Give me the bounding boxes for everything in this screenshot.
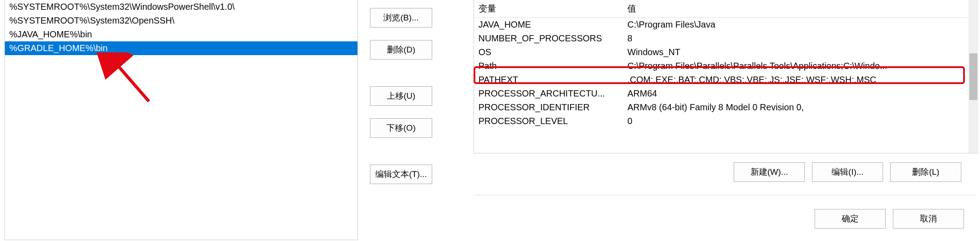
path-entry[interactable]: %SYSTEMROOT%\System32\WindowsPowerShell\… xyxy=(5,0,357,14)
path-action-buttons: 浏览(B)... 删除(D) 上移(U) 下移(O) 编辑文本(T)... xyxy=(370,8,432,184)
path-entry-text: %GRADLE_HOME%\bin xyxy=(9,43,108,53)
table-row[interactable]: NUMBER_OF_PROCESSORS 8 xyxy=(474,32,978,45)
cell-variable: Path xyxy=(474,59,623,73)
column-header-value[interactable]: 值 xyxy=(623,0,978,18)
env-vars-panel: 变量 值 JAVA_HOME C:\Program Files\Java NUM… xyxy=(474,0,978,240)
cell-value: 8 xyxy=(623,32,978,45)
cell-variable: OS xyxy=(474,45,623,59)
scrollbar-thumb[interactable] xyxy=(969,53,977,100)
cell-variable: NUMBER_OF_PROCESSORS xyxy=(474,32,623,45)
path-entry[interactable]: %JAVA_HOME%\bin xyxy=(5,28,357,41)
cell-value: ARM64 xyxy=(623,87,978,100)
cell-value: C:\Program Files\Java xyxy=(623,18,978,32)
env-vars-table: 变量 值 JAVA_HOME C:\Program Files\Java NUM… xyxy=(474,0,978,128)
cell-variable: PROCESSOR_IDENTIFIER xyxy=(474,100,623,114)
path-entry-selected[interactable]: %GRADLE_HOME%\bin xyxy=(5,41,357,55)
cell-value: 0 xyxy=(623,114,978,128)
column-header-variable[interactable]: 变量 xyxy=(474,0,623,18)
move-down-button[interactable]: 下移(O) xyxy=(370,118,432,138)
ok-button[interactable]: 确定 xyxy=(815,209,886,229)
path-entry[interactable]: %SYSTEMROOT%\System32\OpenSSH\ xyxy=(5,14,357,28)
table-row[interactable]: OS Windows_NT xyxy=(474,45,978,59)
path-entries-list[interactable]: %SYSTEMROOT%\System32\WindowsPowerShell\… xyxy=(5,0,357,55)
table-row[interactable]: PROCESSOR_IDENTIFIER ARMv8 (64-bit) Fami… xyxy=(474,100,978,114)
separator xyxy=(474,195,976,195)
env-action-buttons: 新建(W)... 编辑(I)... 删除(L) xyxy=(734,162,961,182)
cell-variable: PROCESSOR_LEVEL xyxy=(474,114,623,128)
cell-variable: PATHEXT xyxy=(474,73,623,87)
path-entries-panel: %SYSTEMROOT%\System32\WindowsPowerShell\… xyxy=(4,0,358,240)
cancel-button[interactable]: 取消 xyxy=(893,209,964,229)
table-row[interactable]: PATHEXT .COM;.EXE;.BAT;.CMD;.VBS;.VBE;.J… xyxy=(474,73,978,87)
delete-button[interactable]: 删除(D) xyxy=(370,40,432,60)
new-button[interactable]: 新建(W)... xyxy=(734,162,805,182)
cell-variable: PROCESSOR_ARCHITECTU... xyxy=(474,87,623,100)
move-up-button[interactable]: 上移(U) xyxy=(370,86,432,106)
table-row[interactable]: JAVA_HOME C:\Program Files\Java xyxy=(474,18,978,32)
path-entry-edit-input[interactable] xyxy=(108,50,237,51)
edit-button[interactable]: 编辑(I)... xyxy=(812,162,883,182)
table-row-path[interactable]: Path C:\Program Files\Parallels\Parallel… xyxy=(474,59,978,73)
cell-value: ARMv8 (64-bit) Family 8 Model 0 Revision… xyxy=(623,100,978,114)
cell-value: Windows_NT xyxy=(623,45,978,59)
vertical-scrollbar[interactable] xyxy=(968,0,978,153)
cell-variable: JAVA_HOME xyxy=(474,18,623,32)
dialog-buttons: 确定 取消 xyxy=(815,209,964,229)
env-vars-list[interactable]: 变量 值 JAVA_HOME C:\Program Files\Java NUM… xyxy=(474,0,978,153)
delete-env-button[interactable]: 删除(L) xyxy=(890,162,961,182)
cell-value: C:\Program Files\Parallels\Parallels Too… xyxy=(623,59,978,73)
cell-value: .COM;.EXE;.BAT;.CMD;.VBS;.VBE;.JS;.JSE;.… xyxy=(623,73,978,87)
table-row[interactable]: PROCESSOR_ARCHITECTU... ARM64 xyxy=(474,87,978,100)
browse-button[interactable]: 浏览(B)... xyxy=(370,8,432,28)
table-row[interactable]: PROCESSOR_LEVEL 0 xyxy=(474,114,978,128)
edit-text-button[interactable]: 编辑文本(T)... xyxy=(370,165,432,184)
